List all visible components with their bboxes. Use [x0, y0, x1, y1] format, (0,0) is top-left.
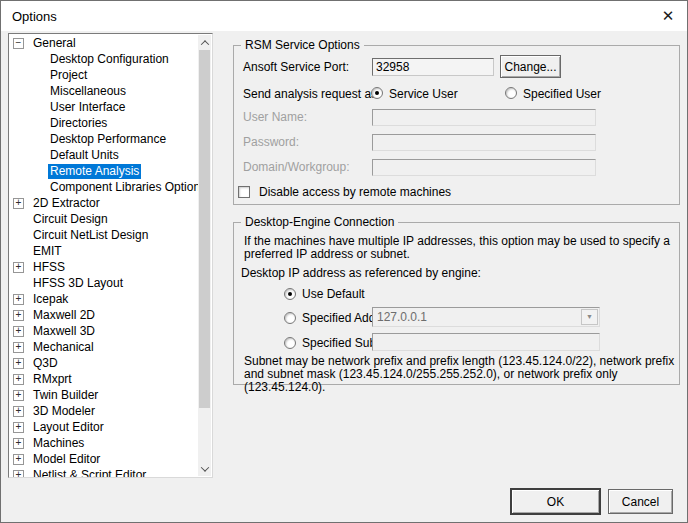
expand-icon[interactable]: + [13, 198, 24, 209]
expand-icon[interactable]: + [13, 390, 24, 401]
tree-item-label: Q3D [31, 356, 60, 371]
scrollbar-thumb[interactable] [199, 50, 210, 408]
tree-item-label: HFSS 3D Layout [31, 276, 125, 291]
tree-item-hfss-3d-layout[interactable]: HFSS 3D Layout [9, 275, 198, 291]
domain-workgroup-label: Domain/Workgroup: [243, 159, 350, 175]
tree-item-label: Machines [31, 436, 86, 451]
tree-item-layout-editor[interactable]: +Layout Editor [9, 419, 198, 435]
tree-item-user-interface[interactable]: User Interface [9, 99, 198, 115]
ok-button[interactable]: OK [511, 489, 600, 514]
tree-item-label: Default Units [48, 148, 121, 163]
tree-item-miscellaneous[interactable]: Miscellaneous [9, 83, 198, 99]
expand-icon[interactable]: + [13, 358, 24, 369]
engine-group-title: Desktop-Engine Connection [241, 215, 398, 230]
tree-item-twin-builder[interactable]: +Twin Builder [9, 387, 198, 403]
tree-item-label: Circuit NetList Design [31, 228, 150, 243]
service-port-input[interactable] [372, 58, 494, 76]
expand-icon[interactable]: + [13, 294, 24, 305]
expand-icon[interactable]: + [13, 342, 24, 353]
tree-item-label: Component Libraries Options [48, 180, 208, 195]
tree-item-project[interactable]: Project [9, 67, 198, 83]
tree-item-q3d[interactable]: +Q3D [9, 355, 198, 371]
tree-item-label: Circuit Design [31, 212, 110, 227]
tree-item-mechanical[interactable]: +Mechanical [9, 339, 198, 355]
domain-workgroup-input [372, 159, 596, 176]
tree-item-circuit-design[interactable]: Circuit Design [9, 211, 198, 227]
rsm-group-title: RSM Service Options [241, 38, 364, 53]
tree-item-label: Twin Builder [31, 388, 100, 403]
tree-item-netlist-script-editor[interactable]: +Netlist & Script Editor [9, 467, 198, 478]
specified-subnet-input [372, 333, 600, 351]
tree-item-directories[interactable]: Directories [9, 115, 198, 131]
desktop-engine-connection-group: Desktop-Engine Connection If the machine… [233, 222, 680, 385]
tree-item-maxwell-2d[interactable]: +Maxwell 2D [9, 307, 198, 323]
tree-item-label: 2D Extractor [31, 196, 102, 211]
options-category-tree: −GeneralDesktop ConfigurationProjectMisc… [8, 33, 213, 478]
tree-item-circuit-netlist-design[interactable]: Circuit NetList Design [9, 227, 198, 243]
user-name-label: User Name: [243, 109, 307, 125]
tree-item-default-units[interactable]: Default Units [9, 147, 198, 163]
tree-list: −GeneralDesktop ConfigurationProjectMisc… [9, 35, 198, 478]
specified-address-radio[interactable] [284, 312, 296, 324]
expand-icon[interactable]: + [13, 262, 24, 273]
desktop-ip-label: Desktop IP address as referenced by engi… [241, 265, 481, 281]
tree-item-model-editor[interactable]: +Model Editor [9, 451, 198, 467]
tree-item-general[interactable]: −General [9, 35, 198, 51]
combo-dropdown-icon: ▼ [581, 309, 598, 325]
password-label: Password: [243, 134, 299, 150]
specified-user-radio[interactable] [505, 87, 517, 99]
tree-item-remote-analysis[interactable]: Remote Analysis [9, 163, 198, 179]
change-port-button[interactable]: Change... [500, 55, 561, 78]
subnet-note-text: Subnet may be network prefix and prefix … [244, 355, 677, 394]
password-input [372, 134, 596, 151]
close-button[interactable]: ✕ [653, 3, 683, 29]
specified-address-combo: 127.0.0.1 ▼ [372, 307, 600, 327]
expand-icon[interactable]: + [13, 374, 24, 385]
tree-item-label: Miscellaneous [48, 84, 128, 99]
disable-remote-access-checkbox[interactable] [238, 186, 250, 198]
tree-item-label: Directories [48, 116, 109, 131]
options-dialog: Options ✕ −GeneralDesktop ConfigurationP… [0, 0, 688, 523]
tree-item-3d-modeler[interactable]: +3D Modeler [9, 403, 198, 419]
scrollbar-down-button[interactable] [198, 461, 211, 476]
use-default-radio[interactable] [284, 288, 296, 300]
tree-scrollbar[interactable] [198, 35, 211, 476]
tree-item-label: EMIT [31, 244, 64, 259]
tree-item-label: Model Editor [31, 452, 102, 467]
chevron-down-icon [200, 463, 208, 471]
expand-icon[interactable]: + [13, 470, 24, 479]
tree-item-label: Layout Editor [31, 420, 106, 435]
specified-address-value: 127.0.0.1 [377, 310, 427, 324]
expand-icon[interactable]: + [13, 422, 24, 433]
tree-item-label: Netlist & Script Editor [31, 468, 148, 479]
use-default-radio-label[interactable]: Use Default [302, 286, 365, 302]
tree-item-machines[interactable]: +Machines [9, 435, 198, 451]
service-user-radio-label[interactable]: Service User [389, 86, 458, 102]
tree-item-2d-extractor[interactable]: +2D Extractor [9, 195, 198, 211]
expand-icon[interactable]: + [13, 454, 24, 465]
tree-item-hfss[interactable]: +HFSS [9, 259, 198, 275]
collapse-icon[interactable]: − [13, 38, 24, 49]
tree-item-label: Maxwell 2D [31, 308, 97, 323]
expand-icon[interactable]: + [13, 326, 24, 337]
tree-item-component-libraries-options[interactable]: Component Libraries Options [9, 179, 198, 195]
close-icon: ✕ [662, 7, 675, 25]
tree-item-maxwell-3d[interactable]: +Maxwell 3D [9, 323, 198, 339]
rsm-service-options-group: RSM Service Options Ansoft Service Port:… [233, 45, 680, 205]
scrollbar-up-button[interactable] [198, 35, 211, 50]
tree-item-desktop-configuration[interactable]: Desktop Configuration [9, 51, 198, 67]
tree-item-label: Maxwell 3D [31, 324, 97, 339]
service-user-radio[interactable] [371, 87, 383, 99]
tree-item-rmxprt[interactable]: +RMxprt [9, 371, 198, 387]
expand-icon[interactable]: + [13, 310, 24, 321]
specified-subnet-radio[interactable] [284, 337, 296, 349]
tree-item-icepak[interactable]: +Icepak [9, 291, 198, 307]
specified-user-radio-label[interactable]: Specified User [523, 86, 601, 102]
tree-item-desktop-performance[interactable]: Desktop Performance [9, 131, 198, 147]
cancel-button[interactable]: Cancel [608, 489, 673, 514]
disable-remote-access-label[interactable]: Disable access by remote machines [259, 184, 451, 200]
dialog-title: Options [12, 9, 57, 24]
expand-icon[interactable]: + [13, 406, 24, 417]
expand-icon[interactable]: + [13, 438, 24, 449]
tree-item-emit[interactable]: EMIT [9, 243, 198, 259]
